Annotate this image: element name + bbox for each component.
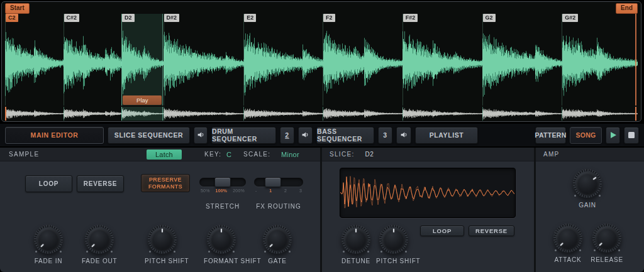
slice-label[interactable]: C2 [6,14,18,22]
pitch-shift-knob[interactable]: PITCH SHIFT [145,225,180,266]
formant-shift-knob[interactable]: FORMANT SHIFT [204,225,239,266]
reverse-button[interactable]: REVERSE [77,175,124,192]
stretch-slider[interactable]: 50%100%200% STRETCH [199,178,246,214]
selected-slice-region[interactable]: Play [121,14,163,106]
slice-label[interactable]: D2 [122,14,135,22]
slice-marker-line[interactable] [164,14,164,106]
slice-pitch-shift-knob[interactable]: PITCH SHIFT [376,225,411,266]
tab-drum-sequencer[interactable]: DRUM SEQUENCER [211,127,276,144]
overview-end-line [635,107,636,121]
slice-label[interactable]: F2 [323,14,335,22]
preserve-formants-button[interactable]: PRESERVEFORMANTS [141,174,190,192]
slice-sequencer-audition-button[interactable] [194,127,208,144]
slice-label[interactable]: E2 [244,14,256,22]
slice-marker-line[interactable] [323,14,323,106]
gain-knob[interactable]: GAIN [570,169,605,210]
overview-waveform[interactable] [5,107,638,121]
selected-slice-region-overview [121,107,163,121]
speaker-icon [197,131,205,140]
amp-section: AMP GAIN ATTACK RELEASE [536,148,644,272]
pattern-mode-button[interactable]: PATTERN [535,127,566,144]
slider-option[interactable]: 2 [284,188,287,193]
slider-option[interactable]: 50% [201,188,210,193]
slice-waveform-canvas [340,168,515,217]
slice-label[interactable]: G2 [483,14,496,22]
overview-slice-line [121,107,122,121]
tab-playlist[interactable]: PLAYLIST [415,127,478,144]
slice-loop-button[interactable]: LOOP [420,226,464,236]
waveform-panel: Start End C2C#2D2PlayD#2E2F2F#2G2G#2 [1,1,641,122]
sample-section-title: SAMPLE [9,148,39,161]
knob-label: GAIN [579,202,596,209]
loop-button[interactable]: LOOP [25,175,72,192]
release-knob[interactable]: RELEASE [589,224,625,264]
attack-knob[interactable]: ATTACK [550,224,586,264]
slice-reverse-button[interactable]: REVERSE [469,226,514,236]
bass-sequencer-audition-button[interactable] [396,127,411,144]
play-icon [611,132,616,138]
knob-label: ATTACK [555,256,582,263]
stop-button[interactable] [624,127,639,144]
overview-slice-line [64,107,64,121]
overview-slice-line [323,107,323,121]
tab-main-editor[interactable]: MAIN EDITOR [5,127,104,144]
fx-routing-track[interactable] [254,178,303,187]
preserve-formants-label: PRESERVEFORMANTS [148,177,182,190]
slice-marker-line[interactable] [562,14,562,106]
fx-routing-slider[interactable]: -123 FX ROUTING [254,178,303,214]
slider-option[interactable]: 3 [299,188,302,193]
slider-option[interactable]: 200% [233,188,245,193]
gate-knob[interactable]: GATE [260,225,295,266]
fx-routing-handle[interactable] [265,177,281,187]
bottom-panel: SAMPLE Latch KEY: C SCALE: Minor LOOP RE… [0,148,644,272]
slider-option[interactable]: 100% [216,188,228,193]
key-value[interactable]: C [226,148,231,161]
tab-bass-sequencer[interactable]: BASS SEQUENCER [316,127,374,144]
slice-title-value: D2 [365,151,374,158]
play-button[interactable] [606,127,620,144]
tab-bar: MAIN EDITOR SLICE SEQUENCER DRUM SEQUENC… [0,124,644,146]
slice-label[interactable]: F#2 [403,14,418,22]
drum-sequencer-index-button[interactable]: 2 [280,127,294,144]
bass-sequencer-index-button[interactable]: 3 [378,127,392,144]
slice-label[interactable]: D#2 [164,14,180,22]
knob-label: DETUNE [341,258,370,264]
end-marker-line[interactable] [635,13,636,106]
slice-marker-line[interactable] [243,14,244,106]
end-marker-button[interactable]: End [616,3,638,14]
slice-section: SLICE: D2 LOOP REVERSE DETUNE PITCH SHIF… [322,148,534,272]
stretch-handle[interactable] [214,177,231,187]
scale-value[interactable]: Minor [281,148,299,161]
overview-slice-line [482,107,483,121]
detune-knob[interactable]: DETUNE [338,225,374,266]
tab-slice-sequencer[interactable]: SLICE SEQUENCER [108,127,190,144]
slice-label[interactable]: G#2 [562,14,578,22]
key-label: KEY: [204,148,221,161]
slider-option[interactable]: - [255,188,257,193]
speaker-icon [400,131,408,140]
slider-option[interactable]: 1 [269,188,272,193]
play-slice-button[interactable]: Play [123,95,162,105]
slice-waveform-display [340,168,516,218]
overview-slice-line [164,107,164,121]
start-marker-button[interactable]: Start [5,3,30,14]
amp-section-header: AMP [536,148,644,161]
slice-label[interactable]: C#2 [64,14,80,22]
fx-routing-label: FX ROUTING [254,203,303,210]
drum-sequencer-audition-button[interactable] [298,127,313,144]
slice-marker-line[interactable] [5,14,6,106]
slice-marker-line[interactable] [402,14,403,106]
slice-marker-line[interactable] [64,14,64,106]
fade-in-knob[interactable]: FADE IN [31,225,66,266]
main-waveform[interactable]: C2C#2D2PlayD#2E2F2F#2G2G#2 [5,13,638,106]
fade-out-knob[interactable]: FADE OUT [82,225,117,266]
song-mode-button[interactable]: SONG [570,127,602,144]
sample-section-header: SAMPLE Latch KEY: C SCALE: Minor [0,148,320,161]
slice-marker-line[interactable] [482,14,483,106]
knob-label: FADE OUT [82,258,117,264]
knob-label: FORMANT SHIFT [204,258,261,264]
latch-toggle[interactable]: Latch [147,150,182,160]
knob-label: PITCH SHIFT [376,258,420,264]
slice-section-header: SLICE: D2 [322,148,534,161]
stretch-track[interactable] [199,178,246,187]
